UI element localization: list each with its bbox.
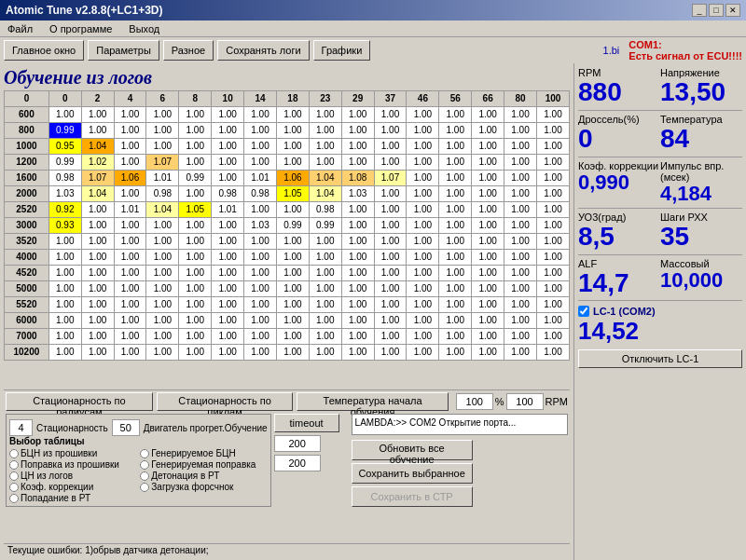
table-cell[interactable]: 1.00 (439, 218, 472, 234)
table-cell[interactable]: 1.00 (309, 155, 341, 171)
table-cell[interactable]: 1.04 (81, 139, 114, 155)
table-cell[interactable]: 1.00 (536, 329, 569, 345)
table-cell[interactable]: 1.00 (472, 107, 504, 123)
table-cell[interactable]: 0.99 (276, 218, 309, 234)
table-cell[interactable]: 1.00 (114, 250, 146, 266)
table-cell[interactable]: 1.00 (536, 155, 569, 171)
table-cell[interactable]: 1.00 (374, 234, 407, 250)
table-cell[interactable]: 1.00 (212, 313, 244, 329)
params-button[interactable]: Параметры (88, 40, 159, 61)
table-cell[interactable]: 1.00 (536, 297, 569, 313)
table-cell[interactable]: 1.00 (536, 139, 569, 155)
radio-gen-popravka-input[interactable] (140, 460, 149, 470)
table-cell[interactable]: 1.00 (179, 218, 212, 234)
table-cell[interactable]: 1.01 (244, 171, 277, 186)
table-cell[interactable]: 1.00 (439, 313, 472, 329)
table-cell[interactable]: 1.00 (309, 266, 341, 281)
table-cell[interactable]: 1.00 (504, 186, 537, 202)
table-cell[interactable]: 1.00 (212, 107, 244, 123)
table-cell[interactable]: 1.00 (48, 345, 81, 361)
table-cell[interactable]: 1.00 (374, 107, 407, 123)
table-cell[interactable]: 1.00 (341, 313, 374, 329)
table-cell[interactable]: 1.00 (472, 171, 504, 186)
table-cell[interactable]: 1.00 (212, 297, 244, 313)
stac-val1-input[interactable] (456, 393, 493, 410)
table-cell[interactable]: 1.00 (439, 123, 472, 139)
table-cell[interactable]: 1.00 (536, 186, 569, 202)
radio-zagruzka-input[interactable] (140, 483, 149, 492)
table-cell[interactable]: 1.00 (374, 345, 407, 361)
table-cell[interactable]: 1.00 (276, 155, 309, 171)
table-cell[interactable]: 1.00 (309, 313, 341, 329)
radio-bcn-proshivka[interactable]: БЦН из прошивки (9, 448, 136, 458)
table-cell[interactable]: 1.00 (341, 281, 374, 297)
stac-val2-input[interactable] (506, 393, 544, 410)
save-selected-button[interactable]: Сохранить выбранное (352, 463, 473, 484)
table-cell[interactable]: 1.00 (504, 155, 537, 171)
table-cell[interactable]: 1.00 (179, 139, 212, 155)
table-cell[interactable]: 1.00 (114, 139, 146, 155)
table-cell[interactable]: 1.00 (114, 297, 146, 313)
table-cell[interactable]: 1.00 (48, 297, 81, 313)
table-cell[interactable]: 1.00 (439, 266, 472, 281)
radio-cn-logov-input[interactable] (9, 471, 19, 481)
table-cell[interactable]: 1.00 (81, 281, 114, 297)
table-cell[interactable]: 1.00 (276, 329, 309, 345)
table-cell[interactable]: 1.00 (374, 297, 407, 313)
table-cell[interactable]: 1.00 (504, 202, 537, 218)
table-cell[interactable]: 1.00 (374, 186, 407, 202)
table-cell[interactable]: 1.00 (374, 329, 407, 345)
table-cell[interactable]: 1.00 (244, 297, 277, 313)
radio-koef-korrect-input[interactable] (9, 483, 19, 492)
table-cell[interactable]: 1.00 (472, 345, 504, 361)
table-cell[interactable]: 1.00 (114, 218, 146, 234)
table-cell[interactable]: 1.00 (504, 123, 537, 139)
table-cell[interactable]: 1.00 (536, 281, 569, 297)
table-cell[interactable]: 1.00 (244, 123, 277, 139)
update-all-button[interactable]: Обновить все обучение (352, 440, 473, 460)
table-cell[interactable]: 1.00 (276, 266, 309, 281)
table-cell[interactable]: 1.00 (114, 107, 146, 123)
table-cell[interactable]: 1.00 (146, 123, 179, 139)
table-cell[interactable]: 1.07 (146, 155, 179, 171)
table-cell[interactable]: 1.00 (504, 345, 537, 361)
radio-bcn-proshivka-input[interactable] (9, 449, 19, 458)
table-cell[interactable]: 1.00 (276, 281, 309, 297)
table-cell[interactable]: 1.00 (472, 234, 504, 250)
table-cell[interactable]: 1.00 (341, 218, 374, 234)
radio-koef-korrect[interactable]: Коэф. коррекции (9, 482, 136, 492)
table-cell[interactable]: 1.00 (407, 155, 439, 171)
table-cell[interactable]: 1.00 (439, 107, 472, 123)
table-cell[interactable]: 1.00 (179, 329, 212, 345)
table-cell[interactable]: 1.00 (536, 218, 569, 234)
table-cell[interactable]: 1.00 (504, 266, 537, 281)
graphs-button[interactable]: Графики (313, 40, 371, 61)
radio-detonaciya-input[interactable] (140, 471, 149, 481)
table-cell[interactable]: 1.00 (407, 329, 439, 345)
radio-gen-popravka[interactable]: Генерируемая поправка (140, 459, 267, 470)
table-cell[interactable]: 1.00 (504, 297, 537, 313)
table-cell[interactable]: 1.00 (244, 139, 277, 155)
table-cell[interactable]: 0.95 (48, 139, 81, 155)
table-cell[interactable]: 1.00 (81, 123, 114, 139)
table-cell[interactable]: 1.00 (439, 234, 472, 250)
table-cell[interactable]: 1.00 (504, 250, 537, 266)
table-cell[interactable]: 1.00 (341, 297, 374, 313)
table-cell[interactable]: 1.00 (81, 202, 114, 218)
table-cell[interactable]: 0.92 (48, 202, 81, 218)
table-cell[interactable]: 1.00 (212, 218, 244, 234)
table-cell[interactable]: 1.03 (341, 186, 374, 202)
table-cell[interactable]: 1.00 (81, 266, 114, 281)
table-cell[interactable]: 1.04 (309, 171, 341, 186)
table-cell[interactable]: 1.00 (309, 345, 341, 361)
table-cell[interactable]: 1.03 (244, 218, 277, 234)
table-cell[interactable]: 1.00 (407, 123, 439, 139)
table-cell[interactable]: 1.00 (146, 345, 179, 361)
table-cell[interactable]: 1.00 (472, 202, 504, 218)
table-cell[interactable]: 1.00 (48, 107, 81, 123)
table-cell[interactable]: 1.00 (341, 123, 374, 139)
table-cell[interactable]: 1.00 (146, 139, 179, 155)
table-cell[interactable]: 1.00 (407, 266, 439, 281)
table-cell[interactable]: 1.00 (536, 202, 569, 218)
table-cell[interactable]: 1.04 (146, 202, 179, 218)
